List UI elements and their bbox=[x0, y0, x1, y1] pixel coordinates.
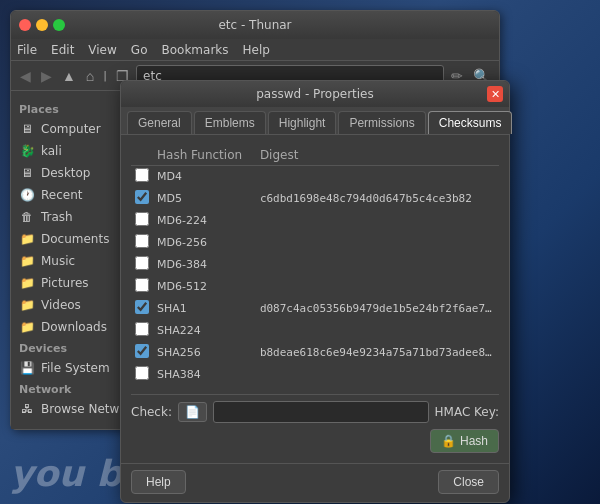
table-row: SHA1d087c4ac05356b9479de1b5e24bf2f6ae791… bbox=[131, 298, 499, 320]
col-hash-function: Hash Function bbox=[153, 145, 256, 166]
hash-name-md6-224: MD6-224 bbox=[153, 210, 256, 232]
hash-digest-sha224 bbox=[256, 320, 499, 342]
trash-icon: 🗑 bbox=[19, 209, 35, 225]
hash-digest-md6-512 bbox=[256, 276, 499, 298]
table-row: MD5c6dbd1698e48c794d0d647b5c4ce3b82 bbox=[131, 188, 499, 210]
sidebar-label-videos: Videos bbox=[41, 298, 81, 312]
hash-digest-md4 bbox=[256, 166, 499, 188]
col-digest: Digest bbox=[256, 145, 499, 166]
browse-network-icon: 🖧 bbox=[19, 401, 35, 417]
kali-icon: 🐉 bbox=[19, 143, 35, 159]
thunar-menubar: File Edit View Go Bookmarks Help bbox=[11, 39, 499, 61]
pictures-icon: 📁 bbox=[19, 275, 35, 291]
hash-name-sha224: SHA224 bbox=[153, 320, 256, 342]
hash-digest-md6-256 bbox=[256, 232, 499, 254]
table-row: MD4 bbox=[131, 166, 499, 188]
hash-name-sha384: SHA384 bbox=[153, 364, 256, 386]
table-row: MD6-384 bbox=[131, 254, 499, 276]
sidebar-label-kali: kali bbox=[41, 144, 62, 158]
documents-icon: 📁 bbox=[19, 231, 35, 247]
sidebar-label-downloads: Downloads bbox=[41, 320, 107, 334]
table-row: MD6-224 bbox=[131, 210, 499, 232]
back-button[interactable]: ◀ bbox=[17, 66, 34, 86]
props-titlebar: passwd - Properties ✕ bbox=[121, 81, 509, 107]
tab-emblems[interactable]: Emblems bbox=[194, 111, 266, 134]
hash-checkbox-md6-512[interactable] bbox=[135, 278, 149, 292]
sidebar-label-music: Music bbox=[41, 254, 75, 268]
table-row: SHA224 bbox=[131, 320, 499, 342]
table-row: SHA256b8deae618c6e94e9234a75a71bd73adee8… bbox=[131, 342, 499, 364]
hash-btn-label: Hash bbox=[460, 434, 488, 448]
props-tabs: General Emblems Highlight Permissions Ch… bbox=[121, 107, 509, 135]
sidebar-label-recent: Recent bbox=[41, 188, 82, 202]
props-title: passwd - Properties bbox=[256, 87, 374, 101]
menu-view[interactable]: View bbox=[88, 43, 116, 57]
hash-name-md4: MD4 bbox=[153, 166, 256, 188]
close-button-footer[interactable]: Close bbox=[438, 470, 499, 494]
hash-name-md5: MD5 bbox=[153, 188, 256, 210]
downloads-icon: 📁 bbox=[19, 319, 35, 335]
table-row: MD6-256 bbox=[131, 232, 499, 254]
hash-name-sha1: SHA1 bbox=[153, 298, 256, 320]
hash-button[interactable]: 🔒 Hash bbox=[430, 429, 499, 453]
menu-go[interactable]: Go bbox=[131, 43, 148, 57]
up-button[interactable]: ▲ bbox=[59, 66, 79, 86]
hash-checkbox-md6-256[interactable] bbox=[135, 234, 149, 248]
hash-name-md6-384: MD6-384 bbox=[153, 254, 256, 276]
sidebar-label-documents: Documents bbox=[41, 232, 109, 246]
tab-highlight[interactable]: Highlight bbox=[268, 111, 337, 134]
sidebar-label-filesystem: File System bbox=[41, 361, 110, 375]
hash-checkbox-md6-224[interactable] bbox=[135, 212, 149, 226]
check-label: Check: bbox=[131, 405, 172, 419]
tab-checksums[interactable]: Checksums bbox=[428, 111, 513, 134]
hash-icon: 🔒 bbox=[441, 434, 456, 448]
hash-checkbox-sha224[interactable] bbox=[135, 322, 149, 336]
computer-icon: 🖥 bbox=[19, 121, 35, 137]
hash-checkbox-md4[interactable] bbox=[135, 168, 149, 182]
hash-digest-sha256: b8deae618c6e94e9234a75a71bd73adee87db785… bbox=[256, 342, 499, 364]
sidebar-label-trash: Trash bbox=[41, 210, 73, 224]
hash-checkbox-sha1[interactable] bbox=[135, 300, 149, 314]
close-button[interactable] bbox=[19, 19, 31, 31]
tab-permissions[interactable]: Permissions bbox=[338, 111, 425, 134]
menu-help[interactable]: Help bbox=[243, 43, 270, 57]
filesystem-icon: 💾 bbox=[19, 360, 35, 376]
videos-icon: 📁 bbox=[19, 297, 35, 313]
help-button[interactable]: Help bbox=[131, 470, 186, 494]
check-file-button[interactable]: 📄 bbox=[178, 402, 207, 422]
check-input[interactable] bbox=[213, 401, 429, 423]
hash-name-sha256: SHA256 bbox=[153, 342, 256, 364]
check-bar: Check: 📄 HMAC Key: bbox=[131, 394, 499, 423]
checksums-table: Hash Function Digest MD4MD5c6dbd1698e48c… bbox=[131, 145, 499, 386]
props-dialog: passwd - Properties ✕ General Emblems Hi… bbox=[120, 80, 510, 503]
sidebar-label-pictures: Pictures bbox=[41, 276, 89, 290]
menu-bookmarks[interactable]: Bookmarks bbox=[161, 43, 228, 57]
table-row: SHA384 bbox=[131, 364, 499, 386]
hash-name-md6-256: MD6-256 bbox=[153, 232, 256, 254]
props-content: Hash Function Digest MD4MD5c6dbd1698e48c… bbox=[121, 135, 509, 463]
hash-checkbox-md5[interactable] bbox=[135, 190, 149, 204]
menu-file[interactable]: File bbox=[17, 43, 37, 57]
home-button[interactable]: ⌂ bbox=[83, 66, 97, 86]
hash-checkbox-md6-384[interactable] bbox=[135, 256, 149, 270]
hash-digest-md6-384 bbox=[256, 254, 499, 276]
sidebar-label-desktop: Desktop bbox=[41, 166, 91, 180]
menu-edit[interactable]: Edit bbox=[51, 43, 74, 57]
hash-digest-md6-224 bbox=[256, 210, 499, 232]
recent-icon: 🕐 bbox=[19, 187, 35, 203]
forward-button[interactable]: ▶ bbox=[38, 66, 55, 86]
col-check bbox=[131, 145, 153, 166]
table-row: MD6-512 bbox=[131, 276, 499, 298]
hash-checkbox-sha256[interactable] bbox=[135, 344, 149, 358]
thunar-titlebar: etc - Thunar bbox=[11, 11, 499, 39]
props-footer: Help Close bbox=[121, 463, 509, 502]
hash-digest-sha1: d087c4ac05356b9479de1b5e24bf2f6ae79133eb bbox=[256, 298, 499, 320]
hash-digest-md5: c6dbd1698e48c794d0d647b5c4ce3b82 bbox=[256, 188, 499, 210]
minimize-button[interactable] bbox=[36, 19, 48, 31]
hash-digest-sha384 bbox=[256, 364, 499, 386]
tab-general[interactable]: General bbox=[127, 111, 192, 134]
props-close-button[interactable]: ✕ bbox=[487, 86, 503, 102]
hash-checkbox-sha384[interactable] bbox=[135, 366, 149, 380]
desktop-icon: 🖥 bbox=[19, 165, 35, 181]
maximize-button[interactable] bbox=[53, 19, 65, 31]
